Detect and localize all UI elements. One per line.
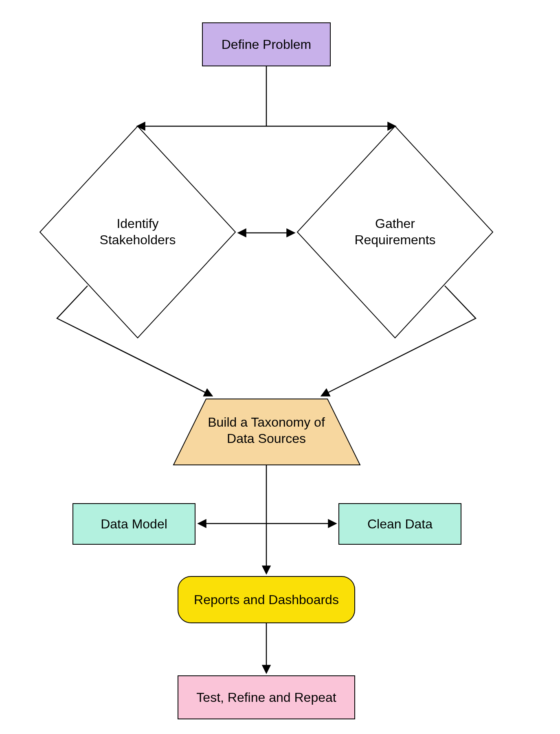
label-define-problem: Define Problem — [222, 37, 312, 52]
node-data-model: Data Model — [73, 504, 195, 544]
node-define-problem: Define Problem — [202, 23, 330, 66]
label-taxonomy-l1: Build a Taxonomy of — [208, 415, 325, 429]
node-test-refine-repeat: Test, Refine and Repeat — [178, 676, 355, 719]
node-reports-dashboards: Reports and Dashboards — [178, 576, 355, 623]
label-clean-data: Clean Data — [367, 517, 433, 531]
label-gather-l2: Requirements — [354, 232, 435, 247]
label-gather-l1: Gather — [375, 216, 415, 231]
label-identify-l2: Stakeholders — [100, 232, 176, 247]
label-test: Test, Refine and Repeat — [196, 690, 336, 705]
label-data-model: Data Model — [101, 517, 167, 531]
flowchart-canvas: Define Problem Identify Stakeholders Gat… — [0, 0, 560, 734]
node-identify-stakeholders: Identify Stakeholders — [40, 126, 235, 338]
svg-marker-1 — [40, 126, 235, 338]
label-reports: Reports and Dashboards — [194, 592, 339, 607]
label-identify-l1: Identify — [116, 216, 158, 231]
label-taxonomy-l2: Data Sources — [227, 431, 306, 446]
node-clean-data: Clean Data — [339, 504, 461, 544]
node-build-taxonomy: Build a Taxonomy of Data Sources — [173, 399, 360, 465]
